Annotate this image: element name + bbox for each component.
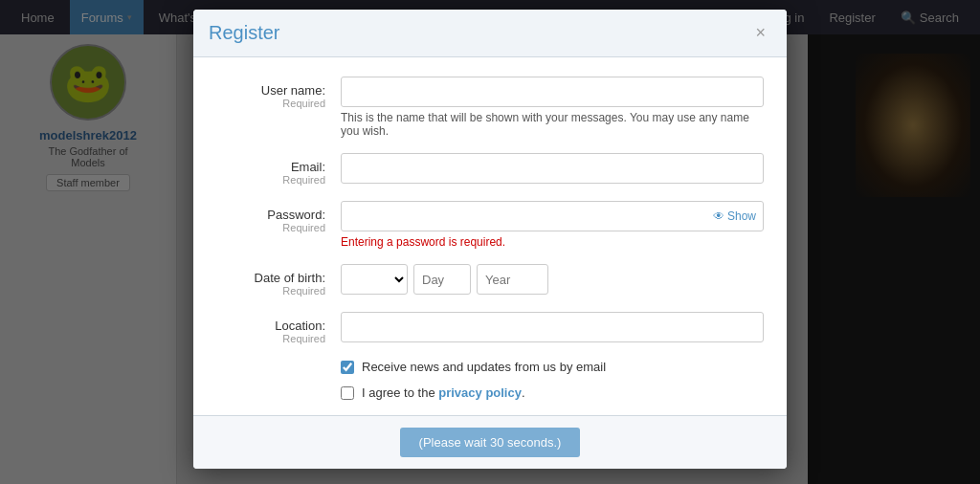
eye-icon: 👁: [713, 209, 724, 223]
password-input-wrap: 👁 Show: [341, 201, 764, 231]
modal-body: User name: Required This is the name tha…: [193, 57, 787, 415]
dob-year-input[interactable]: [477, 264, 548, 295]
location-row: Location: Required: [216, 312, 764, 344]
dob-day-input[interactable]: [413, 264, 471, 295]
privacy-policy-link[interactable]: privacy policy: [438, 385, 522, 400]
location-input[interactable]: [341, 312, 764, 342]
username-row: User name: Required This is the name tha…: [216, 77, 764, 138]
show-password-button[interactable]: 👁 Show: [713, 209, 756, 223]
dob-label: Date of birth: Required: [216, 264, 341, 297]
password-control-wrap: 👁 Show Entering a password is required.: [341, 201, 764, 249]
location-label: Location: Required: [216, 312, 341, 344]
privacy-checkbox[interactable]: [341, 386, 354, 400]
privacy-label: I agree to the privacy policy.: [362, 385, 525, 400]
password-input[interactable]: [341, 201, 764, 231]
email-label: Email: Required: [216, 153, 341, 186]
password-row: Password: Required 👁 Show Entering a pas…: [216, 201, 764, 249]
password-label: Password: Required: [216, 201, 341, 233]
submit-button[interactable]: (Please wait 30 seconds.): [400, 428, 581, 457]
register-modal: Register × User name: Required This is t…: [193, 10, 787, 469]
newsletter-checkbox[interactable]: [341, 361, 354, 374]
dob-inputs: JanFebMar AprMayJun JulAugSep OctNovDec: [341, 264, 764, 295]
password-error: Entering a password is required.: [341, 235, 764, 249]
username-input[interactable]: [341, 77, 764, 107]
modal-title: Register: [209, 22, 279, 44]
modal-header: Register ×: [193, 10, 787, 57]
username-label: User name: Required: [216, 77, 341, 109]
dob-row: Date of birth: Required JanFebMar AprMay…: [216, 264, 764, 297]
modal-close-button[interactable]: ×: [749, 21, 771, 45]
username-control-wrap: This is the name that will be shown with…: [341, 77, 764, 138]
email-input[interactable]: [341, 153, 764, 184]
modal-footer: (Please wait 30 seconds.): [193, 415, 787, 469]
email-control-wrap: [341, 153, 764, 184]
location-control-wrap: [341, 312, 764, 342]
newsletter-row: Receive news and updates from us by emai…: [216, 360, 764, 374]
dob-month-select[interactable]: JanFebMar AprMayJun JulAugSep OctNovDec: [341, 264, 408, 295]
username-hint: This is the name that will be shown with…: [341, 111, 764, 138]
modal-overlay: Register × User name: Required This is t…: [0, 0, 980, 484]
privacy-row: I agree to the privacy policy.: [216, 385, 764, 400]
newsletter-label: Receive news and updates from us by emai…: [362, 360, 606, 374]
dob-control-wrap: JanFebMar AprMayJun JulAugSep OctNovDec: [341, 264, 764, 295]
email-row: Email: Required: [216, 153, 764, 186]
